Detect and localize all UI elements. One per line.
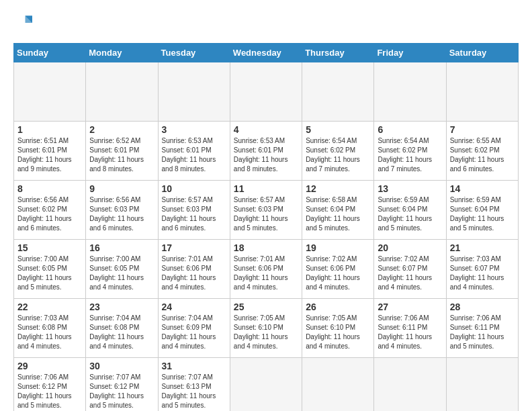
- calendar-week-4: 22Sunrise: 7:03 AMSunset: 6:08 PMDayligh…: [14, 299, 519, 358]
- calendar-cell: 13Sunrise: 6:59 AMSunset: 6:04 PMDayligh…: [374, 181, 446, 240]
- day-info: Sunrise: 6:54 AMSunset: 6:02 PMDaylight:…: [306, 136, 370, 174]
- svg-marker-2: [26, 16, 33, 24]
- calendar-cell: 6Sunrise: 6:54 AMSunset: 6:02 PMDaylight…: [374, 122, 446, 181]
- day-number: 12: [306, 183, 370, 194]
- day-info: Sunrise: 7:05 AMSunset: 6:10 PMDaylight:…: [234, 314, 298, 351]
- day-info: Sunrise: 7:02 AMSunset: 6:06 PMDaylight:…: [306, 255, 370, 292]
- calendar-cell: 4Sunrise: 6:53 AMSunset: 6:01 PMDaylight…: [230, 122, 302, 181]
- calendar-week-1: 1Sunrise: 6:51 AMSunset: 6:01 PMDaylight…: [14, 122, 519, 181]
- day-number: 11: [234, 183, 298, 194]
- calendar-header-row: SundayMondayTuesdayWednesdayThursdayFrid…: [14, 44, 519, 62]
- day-info: Sunrise: 6:53 AMSunset: 6:01 PMDaylight:…: [234, 136, 298, 174]
- day-number: 9: [89, 183, 154, 194]
- calendar-cell: 24Sunrise: 7:04 AMSunset: 6:09 PMDayligh…: [158, 299, 230, 358]
- day-number: 27: [378, 302, 442, 312]
- calendar-week-0: [14, 62, 519, 122]
- header-saturday: Saturday: [446, 44, 518, 62]
- day-info: Sunrise: 7:03 AMSunset: 6:08 PMDaylight:…: [17, 314, 82, 351]
- day-info: Sunrise: 7:04 AMSunset: 6:09 PMDaylight:…: [162, 314, 226, 351]
- calendar-cell: 21Sunrise: 7:03 AMSunset: 6:07 PMDayligh…: [446, 240, 518, 299]
- day-info: Sunrise: 6:54 AMSunset: 6:02 PMDaylight:…: [378, 136, 442, 174]
- calendar-cell: [302, 62, 374, 122]
- day-number: 13: [378, 183, 442, 194]
- header-friday: Friday: [374, 44, 446, 62]
- day-info: Sunrise: 7:06 AMSunset: 6:12 PMDaylight:…: [17, 373, 82, 410]
- calendar-cell: 15Sunrise: 7:00 AMSunset: 6:05 PMDayligh…: [14, 240, 86, 299]
- day-number: 30: [89, 361, 154, 371]
- calendar-cell: 9Sunrise: 6:56 AMSunset: 6:03 PMDaylight…: [86, 181, 158, 240]
- day-info: Sunrise: 6:59 AMSunset: 6:04 PMDaylight:…: [378, 195, 442, 233]
- day-number: 18: [234, 242, 298, 253]
- calendar-cell: [230, 62, 302, 122]
- day-info: Sunrise: 6:51 AMSunset: 6:01 PMDaylight:…: [17, 136, 82, 174]
- day-number: 10: [162, 183, 226, 194]
- day-number: 19: [306, 242, 370, 253]
- day-info: Sunrise: 6:56 AMSunset: 6:02 PMDaylight:…: [17, 195, 82, 233]
- header-tuesday: Tuesday: [158, 44, 230, 62]
- calendar-cell: 25Sunrise: 7:05 AMSunset: 6:10 PMDayligh…: [230, 299, 302, 358]
- day-info: Sunrise: 7:00 AMSunset: 6:05 PMDaylight:…: [89, 255, 154, 292]
- calendar-cell: 1Sunrise: 6:51 AMSunset: 6:01 PMDaylight…: [14, 122, 86, 181]
- header-wednesday: Wednesday: [230, 44, 302, 62]
- calendar-cell: 26Sunrise: 7:05 AMSunset: 6:10 PMDayligh…: [302, 299, 374, 358]
- day-info: Sunrise: 6:59 AMSunset: 6:04 PMDaylight:…: [450, 195, 515, 233]
- calendar-cell: 28Sunrise: 7:06 AMSunset: 6:11 PMDayligh…: [446, 299, 518, 358]
- calendar-cell: [302, 358, 374, 412]
- calendar-cell: [446, 358, 518, 412]
- calendar-cell: 22Sunrise: 7:03 AMSunset: 6:08 PMDayligh…: [14, 299, 86, 358]
- calendar-cell: 30Sunrise: 7:07 AMSunset: 6:12 PMDayligh…: [86, 358, 158, 412]
- day-info: Sunrise: 7:03 AMSunset: 6:07 PMDaylight:…: [450, 255, 515, 292]
- day-number: 8: [17, 183, 82, 194]
- calendar-cell: 18Sunrise: 7:01 AMSunset: 6:06 PMDayligh…: [230, 240, 302, 299]
- day-info: Sunrise: 7:01 AMSunset: 6:06 PMDaylight:…: [234, 255, 298, 292]
- calendar-cell: [14, 62, 86, 122]
- day-number: 15: [17, 242, 82, 253]
- day-info: Sunrise: 7:07 AMSunset: 6:12 PMDaylight:…: [89, 373, 154, 410]
- day-number: 28: [450, 302, 515, 312]
- day-number: 25: [234, 302, 298, 312]
- calendar-cell: 2Sunrise: 6:52 AMSunset: 6:01 PMDaylight…: [86, 122, 158, 181]
- day-info: Sunrise: 6:57 AMSunset: 6:03 PMDaylight:…: [162, 195, 226, 233]
- day-info: Sunrise: 7:01 AMSunset: 6:06 PMDaylight:…: [162, 255, 226, 292]
- calendar-cell: 12Sunrise: 6:58 AMSunset: 6:04 PMDayligh…: [302, 181, 374, 240]
- calendar-week-5: 29Sunrise: 7:06 AMSunset: 6:12 PMDayligh…: [14, 358, 519, 412]
- day-info: Sunrise: 6:53 AMSunset: 6:01 PMDaylight:…: [162, 136, 226, 174]
- calendar-cell: 14Sunrise: 6:59 AMSunset: 6:04 PMDayligh…: [446, 181, 518, 240]
- calendar-cell: 29Sunrise: 7:06 AMSunset: 6:12 PMDayligh…: [14, 358, 86, 412]
- calendar-week-3: 15Sunrise: 7:00 AMSunset: 6:05 PMDayligh…: [14, 240, 519, 299]
- calendar-cell: 19Sunrise: 7:02 AMSunset: 6:06 PMDayligh…: [302, 240, 374, 299]
- day-number: 14: [450, 183, 515, 194]
- day-info: Sunrise: 6:58 AMSunset: 6:04 PMDaylight:…: [306, 195, 370, 233]
- day-info: Sunrise: 7:00 AMSunset: 6:05 PMDaylight:…: [17, 255, 82, 292]
- calendar-cell: 17Sunrise: 7:01 AMSunset: 6:06 PMDayligh…: [158, 240, 230, 299]
- calendar-cell: 11Sunrise: 6:57 AMSunset: 6:03 PMDayligh…: [230, 181, 302, 240]
- day-number: 6: [378, 124, 442, 135]
- day-number: 29: [17, 361, 82, 371]
- header-thursday: Thursday: [302, 44, 374, 62]
- day-number: 7: [450, 124, 515, 135]
- calendar-cell: [374, 62, 446, 122]
- day-number: 3: [162, 124, 226, 135]
- day-info: Sunrise: 7:02 AMSunset: 6:07 PMDaylight:…: [378, 255, 442, 292]
- day-number: 1: [17, 124, 82, 135]
- day-number: 26: [306, 302, 370, 312]
- day-info: Sunrise: 7:07 AMSunset: 6:13 PMDaylight:…: [162, 373, 226, 410]
- calendar-cell: 31Sunrise: 7:07 AMSunset: 6:13 PMDayligh…: [158, 358, 230, 412]
- day-info: Sunrise: 7:04 AMSunset: 6:08 PMDaylight:…: [89, 314, 154, 351]
- calendar-cell: 8Sunrise: 6:56 AMSunset: 6:02 PMDaylight…: [14, 181, 86, 240]
- calendar-cell: 23Sunrise: 7:04 AMSunset: 6:08 PMDayligh…: [86, 299, 158, 358]
- calendar-week-2: 8Sunrise: 6:56 AMSunset: 6:02 PMDaylight…: [14, 181, 519, 240]
- calendar-cell: [86, 62, 158, 122]
- day-number: 24: [162, 302, 226, 312]
- day-number: 31: [162, 361, 226, 371]
- day-info: Sunrise: 7:05 AMSunset: 6:10 PMDaylight:…: [306, 314, 370, 351]
- header-sunday: Sunday: [14, 44, 86, 62]
- day-info: Sunrise: 6:52 AMSunset: 6:01 PMDaylight:…: [89, 136, 154, 174]
- day-number: 22: [17, 302, 82, 312]
- day-info: Sunrise: 7:06 AMSunset: 6:11 PMDaylight:…: [378, 314, 442, 351]
- calendar-cell: 27Sunrise: 7:06 AMSunset: 6:11 PMDayligh…: [374, 299, 446, 358]
- day-number: 21: [450, 242, 515, 253]
- calendar-cell: [230, 358, 302, 412]
- logo-icon: [13, 13, 32, 32]
- calendar-cell: [374, 358, 446, 412]
